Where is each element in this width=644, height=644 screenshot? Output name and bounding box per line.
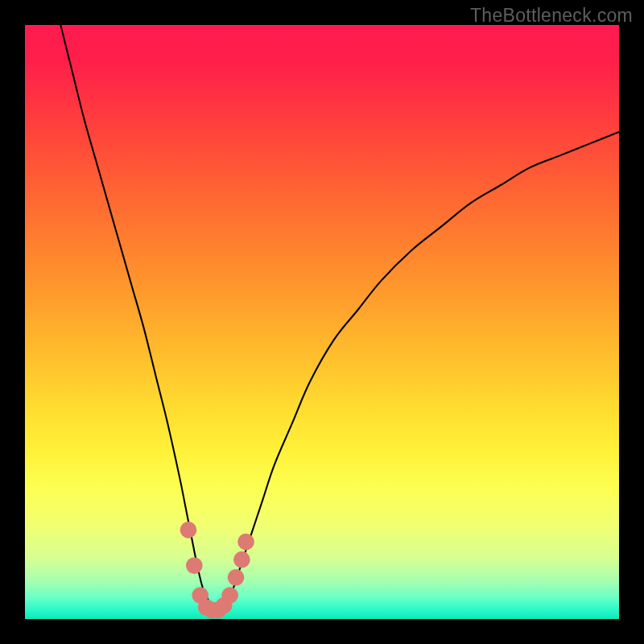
chart-frame: TheBottleneck.com (0, 0, 644, 644)
highlight-point (237, 534, 254, 551)
plot-area (25, 25, 619, 619)
highlight-point (233, 551, 250, 568)
highlight-point (186, 557, 203, 574)
highlight-point (180, 522, 197, 539)
highlight-point (228, 569, 245, 586)
watermark-text: TheBottleneck.com (470, 5, 633, 27)
highlight-point (221, 587, 238, 604)
plot-svg (25, 25, 619, 619)
gradient-background (25, 25, 619, 619)
